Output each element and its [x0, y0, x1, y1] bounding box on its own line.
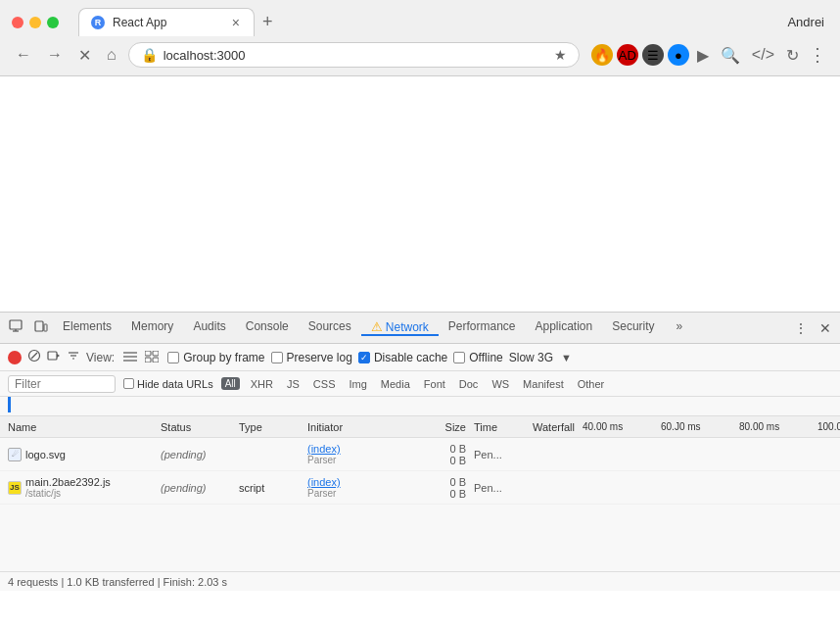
group-view-button[interactable] [142, 349, 162, 366]
row-name-text: logo.svg [25, 449, 66, 460]
col-header-80ms: 80.00 ms [735, 421, 814, 432]
tab-memory[interactable]: Memory [121, 319, 183, 335]
back-button[interactable]: ← [12, 44, 35, 66]
offline-checkbox[interactable] [453, 352, 465, 363]
warning-icon: ⚠ [371, 319, 383, 334]
all-filter-badge[interactable]: All [221, 377, 240, 390]
tab-more-button[interactable]: » [667, 319, 693, 335]
disable-cache-checkbox-label[interactable]: ✓ Disable cache [358, 351, 447, 364]
new-tab-button[interactable]: + [255, 8, 281, 36]
tab-security[interactable]: Security [602, 319, 664, 335]
preserve-log-checkbox-label[interactable]: Preserve log [271, 351, 352, 364]
row-type: script [235, 471, 303, 504]
list-view-button[interactable] [120, 349, 140, 366]
filter-xhr[interactable]: XHR [248, 377, 276, 391]
preserve-log-checkbox[interactable] [271, 352, 283, 363]
clear-button[interactable] [27, 349, 41, 365]
initiator-link[interactable]: (index) [307, 476, 407, 488]
timeline-left [0, 397, 514, 416]
file-icon: JS [8, 481, 22, 495]
svg-line-6 [31, 353, 37, 359]
row-type [235, 438, 303, 470]
svg-rect-18 [153, 358, 159, 363]
devtools-panel-icons [4, 315, 53, 340]
cast-button[interactable]: ▶ [693, 44, 713, 67]
filter-other[interactable]: Other [575, 377, 608, 391]
devtools-topbar: Elements Memory Audits Console Sources ⚠… [0, 313, 840, 344]
inspect-element-button[interactable] [4, 315, 27, 340]
hide-data-urls-label[interactable]: Hide data URLs [123, 378, 213, 390]
filter-font[interactable]: Font [421, 377, 448, 391]
video-button[interactable] [47, 349, 61, 365]
tab-network[interactable]: ⚠ Network [361, 319, 439, 336]
filter-ws[interactable]: WS [489, 377, 512, 391]
tab-sources[interactable]: Sources [299, 319, 361, 335]
maximize-button[interactable] [47, 17, 59, 28]
filter-button[interactable] [67, 349, 80, 365]
tab-elements[interactable]: Elements [53, 319, 121, 335]
row-name-text: main.2bae2392.js /static/js [25, 476, 111, 499]
tab-application[interactable]: Application [526, 319, 603, 335]
disable-cache-checkbox[interactable]: ✓ [358, 352, 370, 363]
row-filename: main.2bae2392.js [25, 476, 111, 488]
zoom-button[interactable]: 🔍 [717, 44, 744, 67]
filter-img[interactable]: Img [346, 377, 369, 391]
table-row[interactable]: ☄ logo.svg (pending) (index) Parser 0 B … [0, 438, 840, 471]
offline-checkbox-label[interactable]: Offline [453, 351, 502, 364]
url-bar[interactable]: 🔒 localhost:3000 ★ [128, 42, 580, 68]
extension-icon-2[interactable]: AD [617, 44, 638, 66]
settings-button[interactable]: ↻ [782, 44, 803, 67]
devtools-close-button[interactable]: ✕ [815, 316, 836, 340]
row-time: Pen... [470, 438, 529, 470]
extension-icon-1[interactable]: 🔥 [591, 44, 613, 66]
devtools-button[interactable]: </> [748, 44, 778, 66]
tab-audits[interactable]: Audits [183, 319, 235, 335]
network-status-bar: 4 requests | 1.0 KB transferred | Finish… [0, 571, 840, 591]
file-icon: ☄ [8, 448, 22, 461]
col-header-40ms: 40.00 ms [579, 421, 657, 432]
filter-bar: Hide data URLs All XHR JS CSS Img Media … [0, 371, 840, 397]
tab-close-button[interactable]: × [230, 15, 242, 30]
row-initiator: (index) Parser [303, 471, 411, 504]
svg-rect-4 [44, 324, 47, 331]
forward-button[interactable]: → [43, 44, 67, 66]
tab-performance[interactable]: Performance [439, 319, 526, 335]
filter-css[interactable]: CSS [310, 377, 339, 391]
group-by-frame-checkbox-label[interactable]: Group by frame [167, 351, 264, 364]
throttle-dropdown-button[interactable]: ▼ [559, 352, 574, 363]
user-name: Andrei [787, 15, 828, 29]
col-header-waterfall: Waterfall [529, 421, 579, 433]
table-body: ☄ logo.svg (pending) (index) Parser 0 B … [0, 438, 840, 571]
initiator-link[interactable]: (index) [307, 443, 407, 455]
filter-manifest[interactable]: Manifest [520, 377, 567, 391]
row-path: /static/js [25, 488, 111, 499]
extension-icon-3[interactable]: ☰ [642, 44, 664, 66]
hide-data-urls-checkbox[interactable] [123, 378, 134, 389]
tab-console[interactable]: Console [236, 319, 299, 335]
more-options-button[interactable]: ⋮ [807, 42, 828, 68]
extension-icon-4[interactable]: ● [668, 44, 689, 66]
devtools-tabs: Elements Memory Audits Console Sources ⚠… [53, 319, 789, 336]
device-toggle-button[interactable] [29, 315, 53, 340]
home-button[interactable]: ⌂ [103, 44, 120, 66]
filter-input[interactable] [8, 375, 116, 393]
status-text: 4 requests | 1.0 KB transferred | Finish… [8, 576, 227, 588]
col-header-100ms: 100.00 ms [814, 421, 840, 432]
view-label: View: [86, 351, 115, 364]
group-by-frame-checkbox[interactable] [167, 352, 179, 363]
close-button[interactable] [12, 17, 23, 28]
bookmark-button[interactable]: ★ [554, 47, 567, 63]
filter-js[interactable]: JS [284, 377, 303, 391]
filter-media[interactable]: Media [378, 377, 413, 391]
row-initiator: (index) Parser [303, 438, 411, 470]
table-row[interactable]: JS main.2bae2392.js /static/js (pending)… [0, 471, 840, 505]
devtools-more-button[interactable]: ⋮ [789, 316, 813, 340]
reload-button[interactable]: ✕ [74, 44, 95, 67]
row-filename: logo.svg [25, 449, 66, 460]
record-button[interactable] [8, 351, 22, 364]
filter-doc[interactable]: Doc [456, 377, 482, 391]
browser-chrome: R React App × + Andrei ← → ✕ ⌂ 🔒 localho… [0, 0, 840, 76]
minimize-button[interactable] [29, 17, 41, 28]
address-bar: ← → ✕ ⌂ 🔒 localhost:3000 ★ 🔥 AD ☰ ● ▶ 🔍 … [0, 36, 840, 75]
browser-tab[interactable]: R React App × [78, 8, 255, 36]
